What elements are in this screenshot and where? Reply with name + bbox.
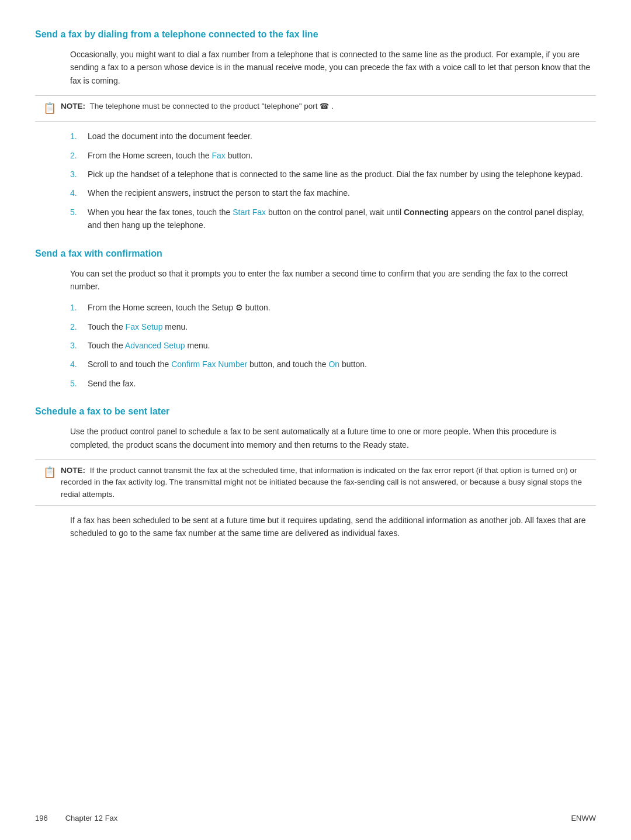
fax-link[interactable]: Fax [212,151,225,160]
conf-step4-end: button. [339,359,367,369]
section-heading-schedule: Schedule a fax to be sent later [35,406,596,417]
on-link[interactable]: On [328,359,339,369]
note-icon-schedule: 📋 [43,465,56,481]
note-label-schedule: NOTE: [61,466,85,475]
conf-step1-before: From the Home screen, touch the Setup [88,303,235,312]
note-content-schedule: NOTE: If the product cannot transmit the… [61,465,588,500]
footer-left: 196 Chapter 12 Fax [35,814,117,822]
footer-chapter: Chapter 12 Fax [65,814,118,822]
conf-step3-before: Touch the [88,341,125,350]
fax-setup-link[interactable]: Fax Setup [126,322,163,331]
step-text-1: Load the document into the document feed… [88,130,596,143]
note-content-telephone: NOTE: The telephone must be connected to… [61,101,588,112]
step-num-2: 2. [70,149,81,162]
step-num-1: 1. [70,130,81,143]
note-icon-telephone: 📋 [43,101,56,116]
list-item: 1. Load the document into the document f… [70,130,596,143]
list-item: 4. Scroll to and touch the Confirm Fax N… [70,358,596,371]
conf-step1-after: button. [243,303,271,312]
step-num-4: 4. [70,186,81,199]
step-text-4: When the recipient answers, instruct the… [88,186,596,199]
step-num-3: 3. [70,168,81,181]
phone-port-icon: ☎ [320,102,329,110]
step-text-before: From the Home screen, touch the [88,151,212,160]
step-num-5: 5. [70,206,81,232]
conf-step-num-2: 2. [70,320,81,333]
note-period: . [331,102,334,110]
list-item: 4. When the recipient answers, instruct … [70,186,596,199]
conf-step-num-3: 3. [70,339,81,352]
list-item: 5. Send the fax. [70,377,596,390]
conf-step4-middle: button, and touch the [247,359,328,369]
section-closing-schedule: If a fax has been scheduled to be sent a… [70,514,596,540]
step5-before: When you hear the fax tones, touch the [88,208,233,217]
section-schedule: Schedule a fax to be sent later Use the … [35,406,596,540]
conf-step-text-5: Send the fax. [88,377,596,390]
section-heading-confirmation: Send a fax with confirmation [35,248,596,259]
section-heading-dial: Send a fax by dialing from a telephone c… [35,29,596,40]
note-box-schedule: 📋 NOTE: If the product cannot transmit t… [35,459,596,506]
section-intro-dial: Occasionally, you might want to dial a f… [70,48,596,87]
step-text-2: From the Home screen, touch the Fax butt… [88,149,596,162]
advanced-setup-link[interactable]: Advanced Setup [125,341,185,350]
steps-list-dial: 1. Load the document into the document f… [70,130,596,231]
footer-page-num: 196 [35,814,48,822]
section-intro-schedule: Use the product control panel to schedul… [70,425,596,451]
page-footer: 196 Chapter 12 Fax ENWW [35,814,596,822]
section-confirmation: Send a fax with confirmation You can set… [35,248,596,390]
note-label-telephone: NOTE: [61,102,85,110]
conf-step-text-1: From the Home screen, touch the Setup ⚙ … [88,301,596,314]
conf-step-text-3: Touch the Advanced Setup menu. [88,339,596,352]
conf-step4-before: Scroll to and touch the [88,359,171,369]
list-item: 2. Touch the Fax Setup menu. [70,320,596,333]
section-intro-confirmation: You can set the product so that it promp… [70,267,596,293]
start-fax-link[interactable]: Start Fax [233,208,266,217]
list-item: 3. Pick up the handset of a telephone th… [70,168,596,181]
note-box-telephone: 📋 NOTE: The telephone must be connected … [35,95,596,122]
conf-step2-after: menu. [162,322,188,331]
conf-step2-before: Touch the [88,322,126,331]
page: Send a fax by dialing from a telephone c… [0,0,631,840]
list-item: 2. From the Home screen, touch the Fax b… [70,149,596,162]
steps-list-confirmation: 1. From the Home screen, touch the Setup… [70,301,596,390]
step-text-3: Pick up the handset of a telephone that … [88,168,596,181]
conf-step-text-2: Touch the Fax Setup menu. [88,320,596,333]
section-dial-telephone: Send a fax by dialing from a telephone c… [35,29,596,232]
conf-step3-after: menu. [185,341,210,350]
note-text-schedule: If the product cannot transmit the fax a… [61,466,582,499]
step-text-after: button. [226,151,253,160]
confirm-fax-number-link[interactable]: Confirm Fax Number [171,359,247,369]
conf-step-num-4: 4. [70,358,81,371]
list-item: 3. Touch the Advanced Setup menu. [70,339,596,352]
conf-step-num-5: 5. [70,377,81,390]
note-text-telephone: The telephone must be connected to the p… [90,102,318,110]
conf-step-text-4: Scroll to and touch the Confirm Fax Numb… [88,358,596,371]
setup-icon: ⚙ [235,303,243,312]
footer-right: ENWW [571,814,596,822]
step5-bold: Connecting [404,208,449,217]
list-item: 5. When you hear the fax tones, touch th… [70,206,596,232]
list-item: 1. From the Home screen, touch the Setup… [70,301,596,314]
conf-step-num-1: 1. [70,301,81,314]
step5-after: button on the control panel, wait until [266,208,404,217]
step-text-5: When you hear the fax tones, touch the S… [88,206,596,232]
